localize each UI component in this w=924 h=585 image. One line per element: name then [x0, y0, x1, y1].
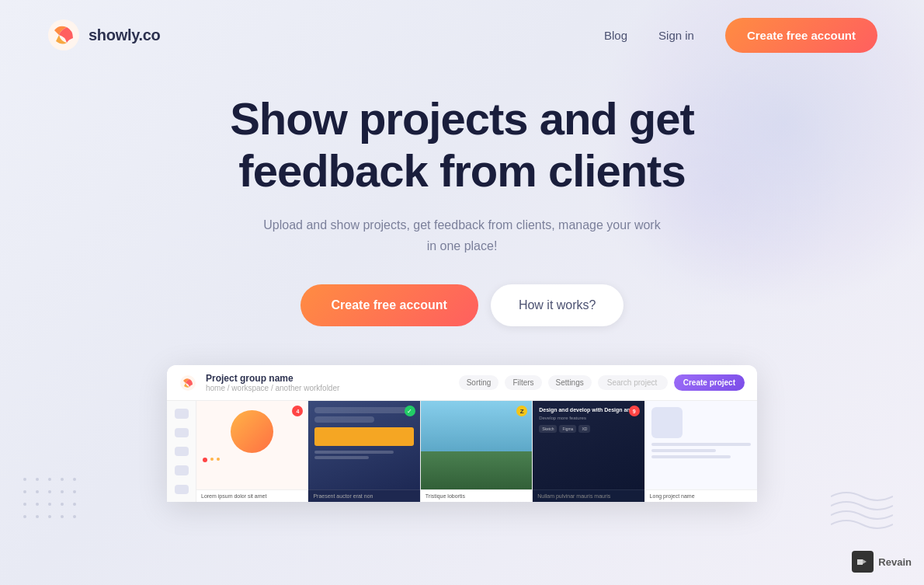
- card-bar-short: [314, 416, 373, 423]
- card-sub-4: Develop more features: [539, 416, 637, 420]
- card-badge-4: 9: [629, 406, 640, 416]
- project-card-5[interactable]: Long project name: [645, 401, 757, 502]
- sorting-pill[interactable]: Sorting: [459, 375, 499, 390]
- logo-link[interactable]: showly.co: [47, 18, 161, 52]
- card-tags-4: Sketch Figma XD: [539, 425, 637, 433]
- hero-subtitle: Upload and show projects, get feedback f…: [260, 215, 664, 256]
- search-field[interactable]: Search project: [598, 375, 668, 390]
- project-card-3[interactable]: Z Tristique lobortis: [421, 401, 533, 502]
- nav-links: Blog Sign in Create free account: [604, 18, 877, 53]
- card-line-med: [651, 455, 731, 458]
- hero-cta-primary[interactable]: Create free account: [300, 284, 478, 326]
- navbar: showly.co Blog Sign in Create free accou…: [0, 0, 924, 70]
- card-label-2: Praesent auctor erat non: [313, 493, 415, 499]
- card-line-short: [651, 449, 716, 452]
- filters-pill[interactable]: Filters: [505, 375, 541, 390]
- revain-text: Revain: [878, 556, 912, 568]
- sidebar-icon-2: [175, 428, 189, 437]
- revain-icon: [852, 551, 874, 573]
- wavy-decoration: [831, 489, 893, 538]
- blog-link[interactable]: Blog: [604, 29, 627, 42]
- app-bar-actions: Sorting Filters Settings Search project …: [459, 374, 745, 391]
- card-badge-2: ✓: [405, 406, 415, 416]
- card-label-3: Tristique lobortis: [426, 493, 527, 499]
- card-label-4: Nullam pulvinar mauris mauris: [537, 493, 639, 499]
- signin-link[interactable]: Sign in: [658, 29, 694, 42]
- card-footer-3: Tristique lobortis: [421, 489, 532, 502]
- svg-rect-2: [857, 559, 863, 565]
- card-accent: [314, 427, 413, 446]
- card-badge-1: 4: [292, 406, 303, 416]
- card-footer-2: Praesent auctor erat non: [308, 489, 419, 502]
- hero-cta-secondary[interactable]: How it works?: [491, 284, 624, 326]
- brand-name: showly.co: [89, 26, 161, 44]
- card-label-1: Lorem ipsum dolor sit amet: [201, 493, 303, 499]
- project-card-4[interactable]: 9 Design and develop with Design and Dev…: [533, 401, 644, 502]
- card-tag: XD: [578, 425, 590, 433]
- sidebar-icon-5: [175, 485, 189, 494]
- card-lines-5: [651, 443, 751, 458]
- card-title-4: Design and develop with Design and: [539, 407, 637, 413]
- app-bar: Project group name home / workspace / an…: [167, 365, 757, 401]
- sidebar-icon-4: [175, 465, 189, 475]
- project-card-2[interactable]: ✓ Praesent auctor erat non: [308, 401, 420, 502]
- sidebar-icon-3: [175, 447, 189, 456]
- nav-cta-button[interactable]: Create free account: [725, 18, 877, 53]
- revain-badge: Revain: [852, 551, 912, 573]
- create-project-button[interactable]: Create project: [674, 374, 745, 391]
- card-label-5: Long project name: [650, 493, 752, 499]
- sidebar-icon-1: [175, 409, 189, 418]
- card-dots: [203, 458, 301, 462]
- card-footer-1: Lorem ipsum dolor sit amet: [196, 489, 307, 502]
- card-tag: Sketch: [539, 425, 557, 433]
- logo-icon: [47, 18, 81, 52]
- project-card-1[interactable]: 4 Lorem ipsum dolor sit amet: [196, 401, 308, 502]
- card-bar: [314, 407, 413, 413]
- hero-buttons: Create free account How it works?: [47, 284, 877, 326]
- hero-section: Show projects and get feedback from clie…: [0, 70, 924, 326]
- dots-decoration: [23, 478, 81, 523]
- card-sky: [421, 401, 532, 451]
- app-bar-logo-icon: [179, 374, 196, 392]
- app-sidebar: [167, 401, 196, 502]
- app-content: 4 Lorem ipsum dolor sit amet ✓: [167, 401, 757, 502]
- card-footer-4: Nullam pulvinar mauris mauris: [533, 489, 644, 502]
- project-cards-grid: 4 Lorem ipsum dolor sit amet ✓: [196, 401, 757, 502]
- card-lines: [314, 451, 413, 459]
- card-tag: Figma: [559, 425, 576, 433]
- hero-title: Show projects and get feedback from clie…: [198, 93, 726, 197]
- card-blob: [231, 410, 273, 453]
- card-line: [651, 443, 751, 446]
- app-preview: Project group name home / workspace / an…: [167, 365, 757, 502]
- card-thumb-5: [651, 407, 683, 438]
- card-footer-5: Long project name: [645, 489, 757, 502]
- app-bar-title: Project group name home / workspace / an…: [206, 373, 339, 392]
- settings-pill[interactable]: Settings: [548, 375, 592, 390]
